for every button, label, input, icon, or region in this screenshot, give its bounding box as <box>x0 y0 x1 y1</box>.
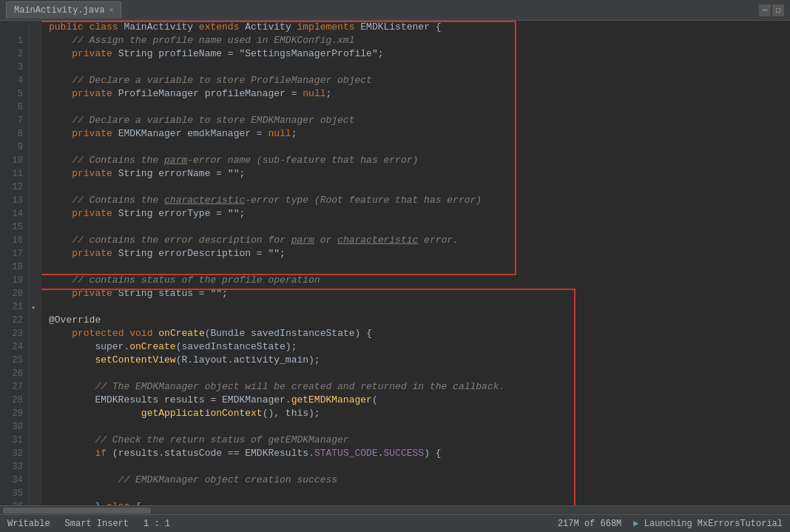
editor-wrapper: 1234567891011121314151617181920212223242… <box>0 21 790 514</box>
tab-item[interactable]: MainActivity.java × <box>6 1 121 18</box>
code-line: private String errorDescription = ""; <box>49 247 775 260</box>
code-line: // contains the error description for pa… <box>49 234 775 247</box>
code-line: @Override <box>49 314 775 327</box>
memory-usage: 217M of 668M <box>558 519 621 529</box>
tab-close-icon[interactable]: × <box>109 7 113 15</box>
code-line: if (results.statusCode == EMDKResults.ST… <box>49 447 775 460</box>
task-icon: ▶ <box>633 519 638 529</box>
code-line: // Declare a variable to store ProfileMa… <box>49 74 775 87</box>
code-line <box>49 61 775 74</box>
code-line: getApplicationContext(), this); <box>49 407 775 420</box>
code-line: private EMDKManager emdkManager = null; <box>49 127 775 141</box>
code-line: setContentView(R.layout.activity_main); <box>49 354 775 367</box>
task-status: ▶ Launching MxErrorsTutorial <box>633 518 783 529</box>
collapse-column: ▾ <box>30 21 41 505</box>
line-number-column: 1234567891011121314151617181920212223242… <box>0 21 30 505</box>
maximize-button[interactable]: □ <box>772 4 784 16</box>
code-line: EMDKResults results = EMDKManager.getEMD… <box>49 394 775 407</box>
writable-status: Writable <box>7 519 50 529</box>
code-line <box>49 367 775 380</box>
horizontal-scrollbar[interactable] <box>0 505 790 514</box>
code-line: // The EMDKManager object will be create… <box>49 380 775 394</box>
code-line: // EMDKManager object creation success <box>49 474 775 487</box>
minimize-button[interactable]: ─ <box>759 4 771 16</box>
code-line: private String errorType = ""; <box>49 207 775 220</box>
code-line <box>49 101 775 114</box>
code-line <box>49 300 775 314</box>
code-line: // Contains the characteristic-error typ… <box>49 194 775 207</box>
code-line <box>49 220 775 234</box>
code-line: // Declare a variable to store EMDKManag… <box>49 114 775 127</box>
code-line <box>49 487 775 500</box>
tab-label: MainActivity.java <box>14 5 104 16</box>
code-line: public class MainActivity extends Activi… <box>49 21 775 34</box>
status-bar: Writable Smart Insert 1 : 1 217M of 668M… <box>0 514 790 532</box>
code-line: private ProfileManager profileManager = … <box>49 87 775 101</box>
code-line <box>49 460 775 474</box>
code-line <box>49 420 775 434</box>
lines-and-code: 1234567891011121314151617181920212223242… <box>0 21 790 505</box>
title-bar: MainActivity.java × ─ □ <box>0 0 790 21</box>
cursor-position: 1 : 1 <box>144 519 170 529</box>
code-scroll[interactable]: public class MainActivity extends Activi… <box>41 21 790 505</box>
code-line: private String profileName = "SettingsMa… <box>49 47 775 61</box>
code-line: protected void onCreate(Bundle savedInst… <box>49 327 775 340</box>
code-line: private String status = ""; <box>49 287 775 300</box>
insert-mode-status: Smart Insert <box>65 519 129 529</box>
code-line <box>49 141 775 154</box>
code-line <box>49 260 775 274</box>
code-line: } else { <box>49 500 775 505</box>
code-line: // Check the return status of getEMDKMan… <box>49 434 775 447</box>
code-line: super.onCreate(savedInstanceState); <box>49 340 775 354</box>
collapse-button[interactable]: ▾ <box>31 303 36 312</box>
code-line: // Assign the profile name used in EMDKC… <box>49 34 775 47</box>
code-line: // contains status of the profile operat… <box>49 274 775 287</box>
code-line <box>49 181 775 194</box>
code-line: // Contains the parm-error name (sub-fea… <box>49 154 775 167</box>
code-line: private String errorName = ""; <box>49 167 775 181</box>
